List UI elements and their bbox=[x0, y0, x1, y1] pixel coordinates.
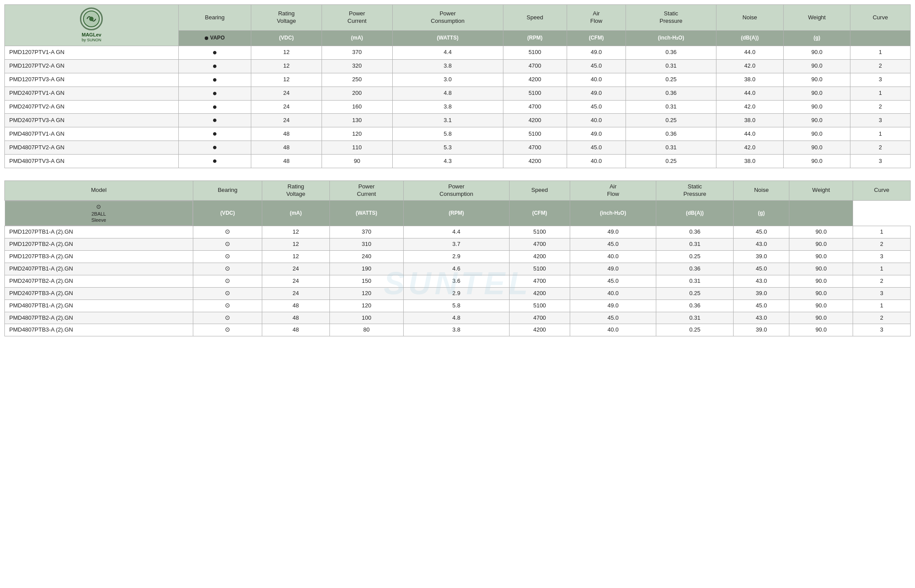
weight-cell: 90.0 bbox=[784, 141, 850, 155]
2ball-label: 2BALLSleeve bbox=[91, 211, 106, 224]
power-cell: 3.1 bbox=[392, 114, 503, 127]
bearing-cell-2: ⊙ bbox=[193, 324, 262, 336]
speed-cell: 4200 bbox=[503, 155, 567, 168]
weight-cell-2: 90.0 bbox=[789, 287, 853, 299]
pressure-cell-2: 0.36 bbox=[656, 299, 734, 312]
curve-cell-2: 3 bbox=[853, 251, 911, 263]
current-cell: 90 bbox=[322, 155, 392, 168]
weight-cell: 90.0 bbox=[784, 114, 850, 127]
model-cell-2: PMD1207PTB1-A (2).GN bbox=[5, 226, 193, 238]
model-cell: PMD2407PTV1-A GN bbox=[5, 87, 179, 100]
airflow-cell-2: 40.0 bbox=[570, 324, 656, 336]
curve-cell: 3 bbox=[850, 155, 911, 168]
speed-header: Speed bbox=[503, 5, 567, 31]
bearing-cell-2: ⊙ bbox=[193, 287, 262, 299]
airflow-cell: 40.0 bbox=[567, 73, 626, 87]
current-cell: 250 bbox=[322, 73, 392, 87]
noise-cell: 42.0 bbox=[716, 100, 783, 114]
voltage-cell: 48 bbox=[251, 127, 322, 141]
weight-unit: (g) bbox=[784, 30, 850, 46]
current-cell: 110 bbox=[322, 141, 392, 155]
curve-cell: 1 bbox=[850, 46, 911, 59]
pressure-cell-2: 0.25 bbox=[656, 287, 734, 299]
current-header-2: PowerCurrent bbox=[329, 181, 403, 201]
weight-cell-2: 90.0 bbox=[789, 226, 853, 238]
airflow-cell: 45.0 bbox=[567, 100, 626, 114]
power-cell-2: 4.8 bbox=[404, 312, 510, 324]
voltage-cell: 48 bbox=[251, 141, 322, 155]
airflow-cell: 40.0 bbox=[567, 155, 626, 168]
airflow-cell: 40.0 bbox=[567, 114, 626, 127]
airflow-cell-2: 49.0 bbox=[570, 263, 656, 275]
current-cell-2: 190 bbox=[329, 263, 403, 275]
noise-header-2: Noise bbox=[734, 181, 789, 201]
speed-cell-2: 4200 bbox=[509, 324, 570, 336]
logo-box: MAGLev by SUNON bbox=[5, 5, 178, 46]
table2-section: Model Bearing RatingVoltage PowerCurrent… bbox=[4, 180, 911, 336]
table2-row: PMD4807PTB2-A (2).GN ⊙ 48 100 4.8 4700 4… bbox=[5, 312, 911, 324]
curve-cell-2: 2 bbox=[853, 275, 911, 287]
pressure-cell: 0.36 bbox=[626, 127, 716, 141]
noise-cell-2: 45.0 bbox=[734, 263, 789, 275]
power-cell: 4.4 bbox=[392, 46, 503, 59]
bearing-cell: ● bbox=[178, 46, 251, 59]
model-cell: PMD2407PTV2-A GN bbox=[5, 100, 179, 114]
voltage-cell: 12 bbox=[251, 59, 322, 73]
bearing-header: Bearing bbox=[178, 5, 251, 31]
current-cell: 200 bbox=[322, 87, 392, 100]
airflow-header: AirFlow bbox=[567, 5, 626, 31]
power-cell-2: 2.9 bbox=[404, 251, 510, 263]
weight-cell: 90.0 bbox=[784, 155, 850, 168]
pressure-header: StaticPressure bbox=[626, 5, 716, 31]
curve-cell: 2 bbox=[850, 141, 911, 155]
table1-row: PMD2407PTV1-A GN ● 24 200 4.8 5100 49.0 … bbox=[5, 87, 911, 100]
speed-cell-2: 4200 bbox=[509, 287, 570, 299]
weight-cell-2: 90.0 bbox=[789, 263, 853, 275]
power-cell-2: 4.4 bbox=[404, 226, 510, 238]
speed-cell-2: 4700 bbox=[509, 238, 570, 251]
pressure-cell: 0.25 bbox=[626, 155, 716, 168]
table2-row: PMD2407PTB1-A (2).GN ⊙ 24 190 4.6 5100 4… bbox=[5, 263, 911, 275]
model-cell-2: PMD2407PTB2-A (2).GN bbox=[5, 275, 193, 287]
noise-cell: 38.0 bbox=[716, 114, 783, 127]
pressure-unit-2: (inch-H₂O) bbox=[570, 200, 656, 226]
power-cell: 3.8 bbox=[392, 59, 503, 73]
model-cell: PMD1207PTV1-A GN bbox=[5, 46, 179, 59]
weight-cell-2: 90.0 bbox=[789, 299, 853, 312]
voltage-header-2: RatingVoltage bbox=[262, 181, 329, 201]
table1-row: PMD1207PTV3-A GN ● 12 250 3.0 4200 40.0 … bbox=[5, 73, 911, 87]
pressure-cell-2: 0.25 bbox=[656, 324, 734, 336]
voltage-cell: 12 bbox=[251, 46, 322, 59]
current-header: PowerCurrent bbox=[322, 5, 392, 31]
pressure-cell-2: 0.25 bbox=[656, 251, 734, 263]
sunon-label: by SUNON bbox=[82, 38, 101, 43]
voltage-cell: 24 bbox=[251, 100, 322, 114]
voltage-cell: 12 bbox=[251, 73, 322, 87]
pressure-cell: 0.31 bbox=[626, 141, 716, 155]
curve-cell: 3 bbox=[850, 73, 911, 87]
table2-row: PMD2407PTB2-A (2).GN ⊙ 24 150 3.6 4700 4… bbox=[5, 275, 911, 287]
curve-header-2: Curve bbox=[853, 181, 911, 201]
noise-cell: 44.0 bbox=[716, 46, 783, 59]
bearing-cell: ● bbox=[178, 141, 251, 155]
speed-cell: 5100 bbox=[503, 87, 567, 100]
bearing-unit: VAPO bbox=[178, 30, 251, 46]
speed-cell: 4200 bbox=[503, 114, 567, 127]
curve-cell-2: 3 bbox=[853, 324, 911, 336]
noise-cell: 38.0 bbox=[716, 73, 783, 87]
curve-cell-2: 3 bbox=[853, 287, 911, 299]
model-cell-2: PMD4807PTB2-A (2).GN bbox=[5, 312, 193, 324]
power-cell: 5.3 bbox=[392, 141, 503, 155]
curve-cell: 2 bbox=[850, 59, 911, 73]
airflow-cell: 45.0 bbox=[567, 141, 626, 155]
pressure-cell: 0.31 bbox=[626, 100, 716, 114]
page-wrapper: MAGLev by SUNON Bearing RatingVoltage Po… bbox=[4, 4, 911, 336]
pressure-cell-2: 0.36 bbox=[656, 226, 734, 238]
pressure-cell-2: 0.31 bbox=[656, 275, 734, 287]
airflow-cell-2: 45.0 bbox=[570, 275, 656, 287]
voltage-cell-2: 48 bbox=[262, 299, 329, 312]
current-unit-2: (mA) bbox=[262, 200, 329, 226]
model-cell-2: PMD4807PTB3-A (2).GN bbox=[5, 324, 193, 336]
table1-row: PMD2407PTV3-A GN ● 24 130 3.1 4200 40.0 … bbox=[5, 114, 911, 127]
table2-row: PMD4807PTB1-A (2).GN ⊙ 48 120 5.8 5100 4… bbox=[5, 299, 911, 312]
